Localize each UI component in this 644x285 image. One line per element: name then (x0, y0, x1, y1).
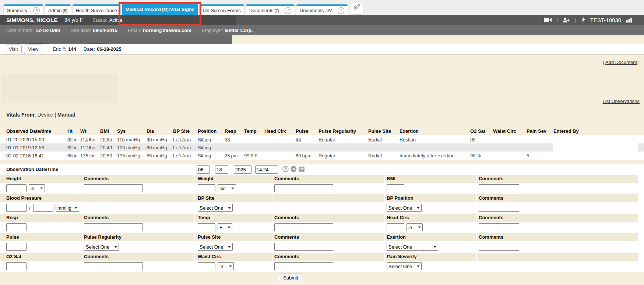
clear-icon[interactable] (291, 166, 297, 173)
list-observations-link[interactable]: List Observations (603, 99, 640, 104)
weight-comments-input[interactable] (274, 184, 333, 192)
view-button[interactable]: View (24, 44, 42, 54)
device-link[interactable]: Device (38, 112, 53, 118)
year-input[interactable] (234, 165, 251, 174)
pain-severity-select[interactable]: Select One (387, 262, 422, 270)
video-camera-icon[interactable] (544, 17, 552, 22)
vitals-link[interactable]: Sitting (198, 145, 211, 150)
o2-sat-comments-input[interactable] (84, 262, 143, 270)
popout-icon[interactable]: ↗ (285, 7, 291, 14)
vitals-link[interactable]: Sitting (198, 153, 211, 158)
o2-sat-input[interactable] (6, 262, 27, 270)
bar-chart-icon[interactable] (626, 17, 633, 23)
vitals-link[interactable]: Resting (400, 137, 416, 142)
vitals-link[interactable]: 80 (147, 145, 152, 150)
vitals-link[interactable]: 120 (117, 145, 125, 150)
bmi-input[interactable] (387, 184, 404, 192)
vitals-link[interactable]: 98 (470, 153, 475, 158)
popout-icon[interactable]: ↗ (338, 7, 344, 14)
vitals-link[interactable]: Sitting (198, 137, 211, 142)
vitals-link[interactable]: 20.85 (100, 137, 112, 142)
vitals-link[interactable]: Radial (368, 137, 382, 142)
vitals-link[interactable]: 114 (80, 137, 88, 142)
time-input[interactable] (255, 165, 278, 174)
bp-site-select[interactable]: Select One (198, 204, 233, 212)
resp-input[interactable] (6, 223, 27, 231)
person-add-icon[interactable] (563, 17, 570, 23)
vitals-link[interactable]: 20.53 (100, 153, 112, 158)
vitals-link[interactable]: Regular (319, 137, 335, 142)
vitals-link[interactable]: Immediately after exertion (400, 153, 455, 158)
clock-icon[interactable] (282, 166, 289, 173)
vitals-link[interactable]: 99.8 (244, 153, 253, 158)
vitals-link[interactable]: Radial (368, 153, 382, 158)
vitals-link[interactable]: 135 (80, 153, 88, 158)
vitals-link[interactable]: 135 (117, 153, 125, 158)
bp-position-select[interactable]: Select One (387, 204, 422, 212)
bmi-comments-input[interactable] (479, 184, 519, 192)
resp-comments-input[interactable] (84, 223, 143, 231)
waist-circ-input[interactable] (198, 262, 215, 270)
pulse-regularity-select[interactable]: Select One (84, 243, 119, 251)
tab-medical-record[interactable]: Medical Record(12):Vital Signs (122, 2, 198, 15)
height-comments-input[interactable] (84, 184, 143, 192)
add-document-link[interactable]: Add Document (605, 60, 637, 65)
settings-button[interactable]: ⚙ ⚙ (351, 3, 363, 14)
bp-diastolic-input[interactable] (33, 204, 53, 212)
head-circ-input[interactable] (387, 223, 404, 231)
pulse-comments-input[interactable] (274, 243, 333, 251)
month-input[interactable] (197, 165, 210, 174)
temp-comments-input[interactable] (274, 223, 333, 231)
pulse-input[interactable] (6, 243, 27, 251)
temp-input[interactable] (198, 223, 215, 231)
exertion-select[interactable]: Select One (387, 243, 438, 251)
tab-admin[interactable]: Admin(5) (45, 4, 71, 15)
vitals-link[interactable]: 90 (147, 137, 152, 142)
height-input[interactable] (6, 184, 27, 192)
weight-input[interactable] (198, 184, 215, 192)
vitals-link[interactable]: 62 (67, 145, 73, 150)
lightning-icon[interactable] (581, 17, 585, 23)
pulse-site-select[interactable]: Select One (198, 243, 233, 251)
vitals-link[interactable]: 112 (80, 145, 88, 150)
vitals-link[interactable]: 25 (225, 153, 230, 158)
vitals-cell: 62in (67, 135, 80, 143)
vitals-link[interactable]: 99 (470, 137, 475, 142)
vitals-link[interactable]: Regular (319, 153, 335, 158)
vitals-link[interactable]: 33 (225, 137, 230, 142)
manual-link[interactable]: Manual (57, 112, 75, 118)
waist-circ-unit-select[interactable]: in (218, 262, 234, 270)
bp-systolic-input[interactable] (6, 204, 27, 212)
weight-unit-select[interactable]: lbs (218, 184, 236, 192)
tab-summary[interactable]: Summary↗ (4, 4, 43, 15)
tab-on-screen-forms[interactable]: On Screen Forms (200, 4, 244, 15)
visit-button[interactable]: Visit (5, 44, 22, 54)
vitals-link[interactable]: 85 (147, 153, 152, 158)
popout-icon[interactable]: ↗ (33, 7, 40, 14)
tab-documents[interactable]: Documents(7)↗ (246, 4, 295, 15)
vitals-link[interactable]: 60 (296, 153, 301, 158)
calendar-icon[interactable] (299, 166, 305, 173)
exertion-comments-input[interactable] (479, 243, 519, 251)
vitals-link[interactable]: 44 (296, 137, 301, 142)
temp-unit-select[interactable]: F (218, 223, 232, 231)
tab-documents-dv[interactable]: Documents-DV↗ (296, 4, 348, 15)
head-circ-unit-select[interactable]: in (407, 223, 423, 231)
waist-circ-comments-input[interactable] (274, 262, 333, 270)
vitals-link[interactable]: Left Arm (173, 137, 191, 142)
vitals-link[interactable]: 115 (117, 137, 125, 142)
vitals-link[interactable]: Left Arm (173, 153, 191, 158)
height-unit-select[interactable]: in (29, 184, 45, 192)
vitals-link[interactable]: Left Arm (173, 145, 191, 150)
submit-button[interactable]: Submit (279, 274, 302, 282)
bp-unit-select[interactable]: mmHg (56, 204, 79, 212)
bp-comments-input[interactable] (479, 204, 519, 212)
vitals-link[interactable]: 68 (67, 153, 73, 158)
vitals-link[interactable]: 62 (67, 137, 73, 142)
head-circ-comments-input[interactable] (479, 223, 519, 231)
vitals-link[interactable]: 5 (527, 153, 529, 158)
comments-label: Comments (479, 176, 503, 181)
day-input[interactable] (215, 165, 228, 174)
tab-health-surveillance[interactable]: Health Surveillance (73, 4, 120, 15)
vitals-link[interactable]: 20.49 (100, 145, 112, 150)
